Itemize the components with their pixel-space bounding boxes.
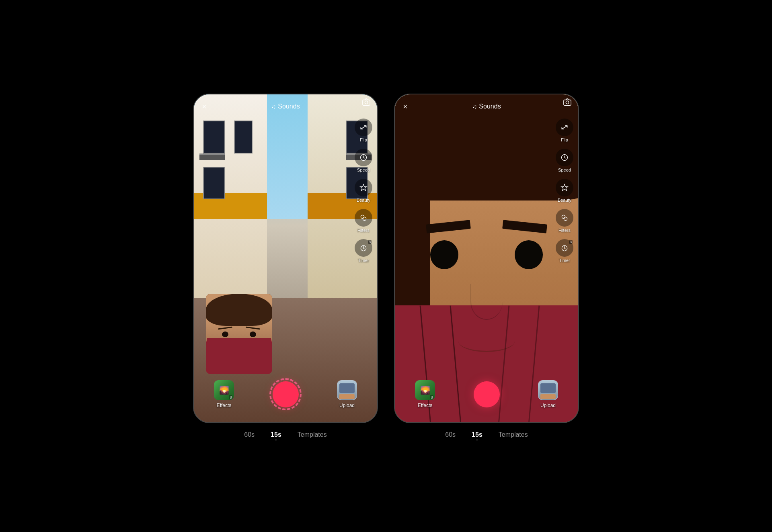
upload-thumbnail-2 <box>538 381 558 400</box>
upload-label-1: Upload <box>339 403 355 408</box>
tab-60s-2[interactable]: 60s <box>445 431 456 438</box>
record-container-2[interactable] <box>470 378 503 410</box>
upload-button-1[interactable]: Upload <box>337 380 357 408</box>
tab-templates-1[interactable]: Templates <box>298 431 327 438</box>
beauty-label-2: Beauty <box>558 198 571 203</box>
tab-15s-1[interactable]: 15s <box>271 431 281 438</box>
timer-svg-1 <box>359 244 368 252</box>
phone-1-wrapper: × ♫ Sounds <box>193 94 378 438</box>
beauty-icon-1 <box>355 179 372 196</box>
timer-icon-2: 3 <box>556 239 573 257</box>
bottom-controls-2: 🌄 ⬇ Effects Upload <box>395 378 578 410</box>
eye-left-2 <box>430 240 458 269</box>
phone-2: × ♫ Sounds <box>394 94 579 423</box>
sounds-label-2[interactable]: ♫ Sounds <box>472 103 501 110</box>
filters-label-2: Filters <box>558 228 571 233</box>
timer-icon-1: 3 <box>355 239 372 257</box>
camera-svg-2 <box>563 98 572 106</box>
flip-icon-2 <box>556 119 573 136</box>
sounds-label-1[interactable]: ♫ Sounds <box>271 103 300 110</box>
control-beauty-1[interactable]: Beauty <box>355 179 372 203</box>
timer-svg-2 <box>561 244 569 252</box>
upload-label-2: Upload <box>540 403 556 408</box>
sounds-text-2: Sounds <box>479 103 501 110</box>
flip-label-1: Flip <box>360 137 367 142</box>
upload-icon-1 <box>337 380 357 400</box>
beauty-svg-2 <box>561 184 569 192</box>
control-flip-1[interactable]: Flip <box>355 119 372 142</box>
svg-point-9 <box>566 101 569 104</box>
record-container-1[interactable] <box>269 378 302 410</box>
speed-svg-1 <box>359 153 368 162</box>
beauty-svg-1 <box>359 184 368 192</box>
control-beauty-2[interactable]: Beauty <box>556 179 573 203</box>
close-button-2[interactable]: × <box>403 102 408 111</box>
window-1 <box>203 121 225 153</box>
speed-icon-2 <box>556 149 573 166</box>
tab-60s-1[interactable]: 60s <box>244 431 255 438</box>
tab-15s-2[interactable]: 15s <box>472 431 482 438</box>
top-bar-1: × ♫ Sounds <box>194 94 377 119</box>
beauty-label-1: Beauty <box>357 198 370 203</box>
filters-svg-2 <box>561 214 569 222</box>
control-timer-1[interactable]: 3 Timer <box>355 239 372 263</box>
control-speed-1[interactable]: Speed <box>355 149 372 172</box>
control-timer-2[interactable]: 3 Timer <box>556 239 573 263</box>
effects-icon-2: 🌄 ⬇ <box>415 380 435 400</box>
upload-thumb-inner-1 <box>339 383 355 393</box>
top-camera-icon-2[interactable] <box>563 98 572 108</box>
hair-pip <box>206 294 272 326</box>
phone-2-wrapper: × ♫ Sounds <box>394 94 579 438</box>
timer-badge-2: 3 <box>569 240 573 244</box>
eyebrow-left-2 <box>426 220 471 234</box>
svg-point-5 <box>363 217 366 220</box>
eye-right-pip <box>250 331 257 337</box>
pip-face-1 <box>206 294 272 374</box>
phones-container: × ♫ Sounds <box>193 94 579 438</box>
record-button-2[interactable] <box>474 381 500 407</box>
control-flip-2[interactable]: Flip <box>556 119 573 142</box>
upload-thumb-inner-2 <box>540 383 556 393</box>
camera-svg-1 <box>362 98 371 106</box>
bottom-controls-1: 🌄 ⬇ Effects Upload <box>194 378 377 410</box>
music-icon-2: ♫ <box>472 103 477 110</box>
eye-left-pip <box>222 331 229 337</box>
eyebrow-right-pip <box>246 326 260 329</box>
top-camera-icon-1[interactable] <box>362 98 371 108</box>
effects-button-1[interactable]: 🌄 ⬇ Effects <box>214 380 234 408</box>
speed-label-1: Speed <box>357 168 370 172</box>
music-icon-1: ♫ <box>271 103 276 110</box>
effects-button-2[interactable]: 🌄 ⬇ Effects <box>415 380 435 408</box>
balcony-1 <box>199 153 225 160</box>
eyebrow-right-2 <box>502 220 547 234</box>
close-button-1[interactable]: × <box>202 102 207 111</box>
filters-icon-2 <box>556 209 573 227</box>
tab-templates-2[interactable]: Templates <box>499 431 528 438</box>
timer-label-2: Timer <box>559 258 570 263</box>
svg-point-4 <box>361 215 364 218</box>
shirt-pip <box>206 338 272 374</box>
speed-icon-1 <box>355 149 372 166</box>
timer-label-1: Timer <box>358 258 369 263</box>
phone-1: × ♫ Sounds <box>193 94 378 423</box>
flip-svg-2 <box>561 123 569 131</box>
face-bg-pip <box>206 294 272 374</box>
filters-icon-1 <box>355 209 372 227</box>
svg-point-13 <box>564 217 567 220</box>
filters-label-1: Filters <box>357 228 370 233</box>
control-filters-1[interactable]: Filters <box>355 209 372 233</box>
eye-right-2 <box>515 240 543 269</box>
camera-bg-2 <box>395 94 578 422</box>
effects-arrow-1: ⬇ <box>230 395 233 399</box>
svg-point-1 <box>365 101 368 104</box>
control-filters-2[interactable]: Filters <box>556 209 573 233</box>
control-speed-2[interactable]: Speed <box>556 149 573 172</box>
svg-marker-11 <box>561 184 568 191</box>
record-button-1[interactable] <box>273 381 299 407</box>
right-controls-1: Flip Speed <box>355 119 372 263</box>
zoomed-face-2 <box>395 94 578 422</box>
effects-label-2: Effects <box>418 403 432 408</box>
upload-button-2[interactable]: Upload <box>538 380 558 408</box>
flip-svg-1 <box>359 123 368 131</box>
effects-arrow-2: ⬇ <box>431 395 434 399</box>
